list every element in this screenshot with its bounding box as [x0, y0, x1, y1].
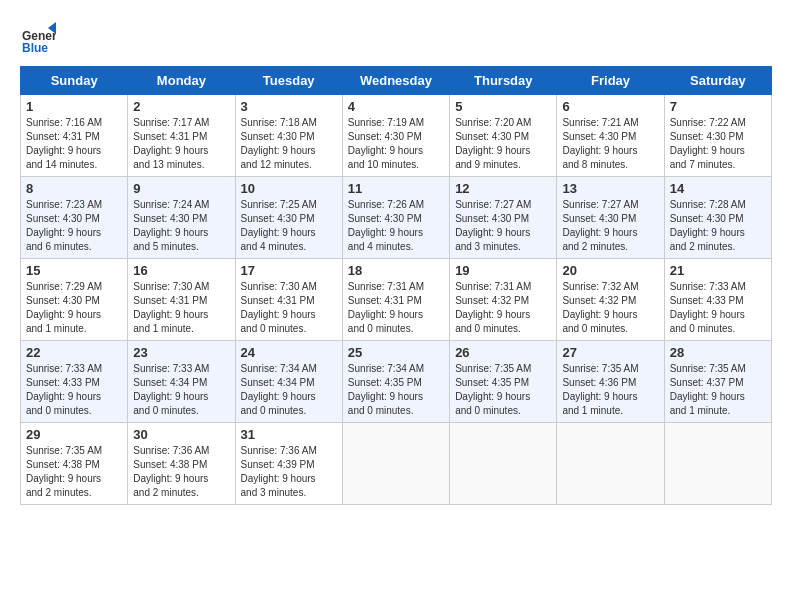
day-number: 23 — [133, 345, 229, 360]
calendar-week-row: 22Sunrise: 7:33 AM Sunset: 4:33 PM Dayli… — [21, 341, 772, 423]
day-info: Sunrise: 7:19 AM Sunset: 4:30 PM Dayligh… — [348, 116, 444, 172]
day-number: 16 — [133, 263, 229, 278]
calendar-day-cell: 13Sunrise: 7:27 AM Sunset: 4:30 PM Dayli… — [557, 177, 664, 259]
calendar-day-cell: 12Sunrise: 7:27 AM Sunset: 4:30 PM Dayli… — [450, 177, 557, 259]
calendar-day-cell: 15Sunrise: 7:29 AM Sunset: 4:30 PM Dayli… — [21, 259, 128, 341]
day-number: 20 — [562, 263, 658, 278]
day-info: Sunrise: 7:32 AM Sunset: 4:32 PM Dayligh… — [562, 280, 658, 336]
day-number: 1 — [26, 99, 122, 114]
day-info: Sunrise: 7:29 AM Sunset: 4:30 PM Dayligh… — [26, 280, 122, 336]
calendar-day-cell: 20Sunrise: 7:32 AM Sunset: 4:32 PM Dayli… — [557, 259, 664, 341]
calendar-day-cell: 11Sunrise: 7:26 AM Sunset: 4:30 PM Dayli… — [342, 177, 449, 259]
day-number: 11 — [348, 181, 444, 196]
logo: General Blue — [20, 20, 60, 56]
day-info: Sunrise: 7:18 AM Sunset: 4:30 PM Dayligh… — [241, 116, 337, 172]
day-number: 15 — [26, 263, 122, 278]
calendar-day-cell: 31Sunrise: 7:36 AM Sunset: 4:39 PM Dayli… — [235, 423, 342, 505]
day-info: Sunrise: 7:23 AM Sunset: 4:30 PM Dayligh… — [26, 198, 122, 254]
day-number: 25 — [348, 345, 444, 360]
calendar-day-cell: 7Sunrise: 7:22 AM Sunset: 4:30 PM Daylig… — [664, 95, 771, 177]
calendar-day-cell: 2Sunrise: 7:17 AM Sunset: 4:31 PM Daylig… — [128, 95, 235, 177]
day-number: 13 — [562, 181, 658, 196]
calendar-day-cell: 25Sunrise: 7:34 AM Sunset: 4:35 PM Dayli… — [342, 341, 449, 423]
calendar-day-cell: 27Sunrise: 7:35 AM Sunset: 4:36 PM Dayli… — [557, 341, 664, 423]
empty-cell — [557, 423, 664, 505]
day-header-saturday: Saturday — [664, 67, 771, 95]
calendar-week-row: 29Sunrise: 7:35 AM Sunset: 4:38 PM Dayli… — [21, 423, 772, 505]
calendar-day-cell: 18Sunrise: 7:31 AM Sunset: 4:31 PM Dayli… — [342, 259, 449, 341]
day-number: 7 — [670, 99, 766, 114]
header: General Blue — [20, 20, 772, 56]
day-info: Sunrise: 7:25 AM Sunset: 4:30 PM Dayligh… — [241, 198, 337, 254]
day-number: 18 — [348, 263, 444, 278]
calendar-day-cell: 9Sunrise: 7:24 AM Sunset: 4:30 PM Daylig… — [128, 177, 235, 259]
day-info: Sunrise: 7:17 AM Sunset: 4:31 PM Dayligh… — [133, 116, 229, 172]
calendar-day-cell: 16Sunrise: 7:30 AM Sunset: 4:31 PM Dayli… — [128, 259, 235, 341]
day-number: 12 — [455, 181, 551, 196]
day-info: Sunrise: 7:21 AM Sunset: 4:30 PM Dayligh… — [562, 116, 658, 172]
day-number: 10 — [241, 181, 337, 196]
calendar-day-cell: 1Sunrise: 7:16 AM Sunset: 4:31 PM Daylig… — [21, 95, 128, 177]
day-number: 29 — [26, 427, 122, 442]
day-number: 9 — [133, 181, 229, 196]
day-number: 2 — [133, 99, 229, 114]
day-info: Sunrise: 7:30 AM Sunset: 4:31 PM Dayligh… — [241, 280, 337, 336]
day-number: 3 — [241, 99, 337, 114]
day-header-monday: Monday — [128, 67, 235, 95]
calendar-day-cell: 24Sunrise: 7:34 AM Sunset: 4:34 PM Dayli… — [235, 341, 342, 423]
empty-cell — [450, 423, 557, 505]
calendar-day-cell: 8Sunrise: 7:23 AM Sunset: 4:30 PM Daylig… — [21, 177, 128, 259]
day-info: Sunrise: 7:26 AM Sunset: 4:30 PM Dayligh… — [348, 198, 444, 254]
day-number: 17 — [241, 263, 337, 278]
calendar-day-cell: 6Sunrise: 7:21 AM Sunset: 4:30 PM Daylig… — [557, 95, 664, 177]
day-info: Sunrise: 7:31 AM Sunset: 4:31 PM Dayligh… — [348, 280, 444, 336]
day-info: Sunrise: 7:30 AM Sunset: 4:31 PM Dayligh… — [133, 280, 229, 336]
day-info: Sunrise: 7:20 AM Sunset: 4:30 PM Dayligh… — [455, 116, 551, 172]
day-info: Sunrise: 7:27 AM Sunset: 4:30 PM Dayligh… — [455, 198, 551, 254]
calendar-day-cell: 19Sunrise: 7:31 AM Sunset: 4:32 PM Dayli… — [450, 259, 557, 341]
day-number: 27 — [562, 345, 658, 360]
day-header-thursday: Thursday — [450, 67, 557, 95]
day-info: Sunrise: 7:36 AM Sunset: 4:39 PM Dayligh… — [241, 444, 337, 500]
day-number: 19 — [455, 263, 551, 278]
calendar-day-cell: 3Sunrise: 7:18 AM Sunset: 4:30 PM Daylig… — [235, 95, 342, 177]
day-header-wednesday: Wednesday — [342, 67, 449, 95]
day-number: 22 — [26, 345, 122, 360]
calendar-week-row: 1Sunrise: 7:16 AM Sunset: 4:31 PM Daylig… — [21, 95, 772, 177]
day-info: Sunrise: 7:33 AM Sunset: 4:33 PM Dayligh… — [26, 362, 122, 418]
day-number: 6 — [562, 99, 658, 114]
calendar-day-cell: 17Sunrise: 7:30 AM Sunset: 4:31 PM Dayli… — [235, 259, 342, 341]
day-info: Sunrise: 7:24 AM Sunset: 4:30 PM Dayligh… — [133, 198, 229, 254]
day-info: Sunrise: 7:35 AM Sunset: 4:37 PM Dayligh… — [670, 362, 766, 418]
calendar-week-row: 8Sunrise: 7:23 AM Sunset: 4:30 PM Daylig… — [21, 177, 772, 259]
day-info: Sunrise: 7:28 AM Sunset: 4:30 PM Dayligh… — [670, 198, 766, 254]
day-number: 8 — [26, 181, 122, 196]
calendar-day-cell: 28Sunrise: 7:35 AM Sunset: 4:37 PM Dayli… — [664, 341, 771, 423]
empty-cell — [664, 423, 771, 505]
day-info: Sunrise: 7:35 AM Sunset: 4:38 PM Dayligh… — [26, 444, 122, 500]
calendar-day-cell: 29Sunrise: 7:35 AM Sunset: 4:38 PM Dayli… — [21, 423, 128, 505]
day-number: 31 — [241, 427, 337, 442]
calendar-day-cell: 21Sunrise: 7:33 AM Sunset: 4:33 PM Dayli… — [664, 259, 771, 341]
day-number: 30 — [133, 427, 229, 442]
svg-text:Blue: Blue — [22, 41, 48, 55]
calendar-day-cell: 5Sunrise: 7:20 AM Sunset: 4:30 PM Daylig… — [450, 95, 557, 177]
day-info: Sunrise: 7:35 AM Sunset: 4:35 PM Dayligh… — [455, 362, 551, 418]
calendar-week-row: 15Sunrise: 7:29 AM Sunset: 4:30 PM Dayli… — [21, 259, 772, 341]
day-number: 14 — [670, 181, 766, 196]
day-info: Sunrise: 7:34 AM Sunset: 4:35 PM Dayligh… — [348, 362, 444, 418]
calendar-day-cell: 26Sunrise: 7:35 AM Sunset: 4:35 PM Dayli… — [450, 341, 557, 423]
day-number: 24 — [241, 345, 337, 360]
day-info: Sunrise: 7:36 AM Sunset: 4:38 PM Dayligh… — [133, 444, 229, 500]
day-number: 5 — [455, 99, 551, 114]
day-info: Sunrise: 7:16 AM Sunset: 4:31 PM Dayligh… — [26, 116, 122, 172]
day-info: Sunrise: 7:22 AM Sunset: 4:30 PM Dayligh… — [670, 116, 766, 172]
day-number: 28 — [670, 345, 766, 360]
calendar-table: SundayMondayTuesdayWednesdayThursdayFrid… — [20, 66, 772, 505]
calendar-day-cell: 23Sunrise: 7:33 AM Sunset: 4:34 PM Dayli… — [128, 341, 235, 423]
calendar-day-cell: 4Sunrise: 7:19 AM Sunset: 4:30 PM Daylig… — [342, 95, 449, 177]
day-info: Sunrise: 7:33 AM Sunset: 4:34 PM Dayligh… — [133, 362, 229, 418]
calendar-day-cell: 14Sunrise: 7:28 AM Sunset: 4:30 PM Dayli… — [664, 177, 771, 259]
calendar-day-cell: 22Sunrise: 7:33 AM Sunset: 4:33 PM Dayli… — [21, 341, 128, 423]
day-info: Sunrise: 7:35 AM Sunset: 4:36 PM Dayligh… — [562, 362, 658, 418]
